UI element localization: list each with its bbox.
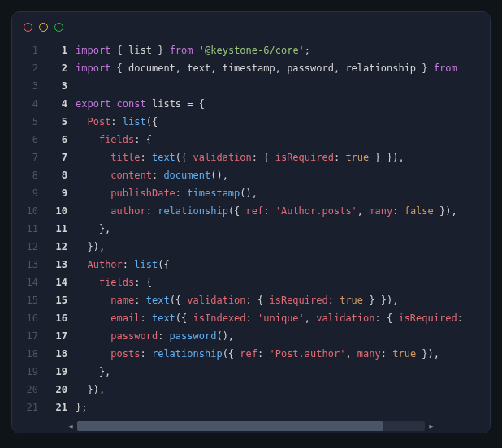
token-fn: relationship (152, 348, 223, 360)
line-number-outer: 10 (12, 202, 38, 220)
line-number-outer: 19 (12, 363, 38, 381)
token-pn (76, 134, 99, 145)
code-line[interactable]: content: document(), (76, 166, 482, 184)
line-number-outer: 17 (12, 327, 38, 345)
line-number-inner: 7 (48, 149, 67, 166)
code-line[interactable]: export const lists = { (76, 95, 482, 113)
token-pn: : (457, 312, 463, 324)
window-maximize-icon[interactable] (54, 23, 63, 32)
token-pn: } (416, 62, 434, 74)
token-pn: : (246, 312, 257, 324)
code-line[interactable]: Post: list({ (76, 113, 482, 131)
token-pn: = { (181, 98, 205, 110)
line-number-outer: 18 (12, 345, 38, 363)
code-line[interactable]: name: text({ validation: { isRequired: t… (76, 291, 482, 309)
code-line[interactable]: }, (76, 363, 482, 381)
token-pn (76, 187, 110, 199)
code-line[interactable]: publishDate: timestamp(), (76, 184, 482, 202)
token-bl: false (405, 205, 434, 217)
token-bl: true (392, 348, 416, 360)
token-fn: text (152, 312, 175, 324)
token-pn: : { (134, 134, 152, 145)
token-pn (76, 295, 110, 306)
line-number-inner: 21 (48, 398, 67, 416)
line-number-inner: 20 (48, 381, 67, 398)
gutter-inner: 123456789101112131415161718192021 (48, 41, 76, 416)
code-editor[interactable]: 123456789101112131415161718192021 123456… (12, 41, 490, 420)
line-number-inner: 12 (48, 238, 67, 256)
token-pn: } }), (363, 295, 398, 306)
code-line[interactable]: }; (76, 398, 482, 416)
scrollbar-track[interactable]: ◄ ► (77, 421, 425, 431)
line-number-inner: 13 (48, 256, 67, 274)
code-line[interactable]: import { document, text, timestamp, pass… (76, 59, 482, 77)
token-pr: ref (240, 348, 257, 360)
token-id: document (128, 62, 175, 74)
token-pr: fields (99, 277, 134, 288)
token-pr: fields (99, 134, 134, 145)
token-pr: email (110, 312, 140, 324)
line-number-inner: 17 (48, 327, 67, 345)
token-pn: ({ (228, 205, 246, 217)
token-pn: }), (76, 384, 105, 395)
scrollbar-thumb[interactable] (77, 421, 383, 431)
token-pn: : (392, 205, 404, 217)
scroll-right-icon[interactable]: ► (426, 421, 436, 431)
code-line[interactable]: }, (76, 220, 482, 238)
token-pn: : (158, 330, 169, 342)
token-fn: relationship (158, 205, 228, 217)
scroll-left-icon[interactable]: ◄ (66, 421, 76, 431)
token-pr: validation (187, 295, 245, 306)
token-pn (76, 348, 110, 360)
token-pn: : (263, 205, 275, 217)
token-pr: Author (87, 259, 122, 270)
window-close-icon[interactable] (24, 23, 32, 32)
token-pn: }, (76, 223, 110, 235)
token-pn: ; (305, 45, 310, 56)
code-line[interactable]: import { list } from '@keystone-6/core'; (76, 41, 482, 59)
code-line[interactable]: posts: relationship({ ref: 'Post.author'… (76, 345, 482, 363)
token-pr: name (110, 295, 134, 306)
token-kw: from (434, 62, 457, 74)
code-area[interactable]: import { list } from '@keystone-6/core';… (76, 41, 490, 416)
token-id: password (287, 62, 334, 74)
token-pn (76, 116, 87, 127)
line-number-outer: 1 (12, 41, 38, 59)
line-number-outer: 9 (12, 184, 38, 202)
code-line[interactable]: email: text({ isIndexed: 'unique', valid… (76, 309, 482, 327)
line-number-inner: 4 (48, 95, 67, 113)
token-pr: posts (110, 348, 140, 360)
token-pn: ({ (170, 295, 188, 306)
code-line[interactable]: fields: { (76, 131, 482, 149)
code-line[interactable] (76, 77, 482, 95)
token-kw: export (76, 98, 110, 110)
window-minimize-icon[interactable] (39, 23, 48, 32)
token-sr: 'Post.author' (269, 348, 345, 360)
token-pn: : { (375, 312, 399, 324)
code-line[interactable]: }), (76, 381, 482, 398)
code-line[interactable]: Author: list({ (76, 256, 482, 274)
token-pn: , (334, 62, 345, 74)
token-id: timestamp (223, 62, 275, 74)
token-st: '@keystone-6/core' (199, 45, 305, 56)
code-line[interactable]: password: password(), (76, 327, 482, 345)
horizontal-scrollbar[interactable]: ◄ ► (12, 420, 490, 433)
token-pn: } (152, 45, 170, 56)
token-pn: (), (216, 330, 234, 342)
token-pr: publishDate (110, 187, 175, 199)
line-number-outer: 6 (12, 131, 38, 149)
line-number-outer: 13 (12, 256, 38, 274)
code-line[interactable]: }), (76, 238, 482, 256)
line-number-outer: 5 (12, 113, 38, 131)
token-pn: ({ (175, 152, 193, 163)
token-pn: }, (76, 366, 110, 377)
token-pn (110, 98, 116, 110)
code-line[interactable]: title: text({ validation: { isRequired: … (76, 149, 482, 166)
line-number-inner: 9 (48, 184, 67, 202)
token-pr: many (357, 348, 381, 360)
code-line[interactable]: author: relationship({ ref: 'Author.post… (76, 202, 482, 220)
token-pn: : { (246, 295, 270, 306)
token-kw: const (117, 98, 146, 110)
code-line[interactable]: fields: { (76, 274, 482, 291)
token-pn: , (357, 205, 369, 217)
